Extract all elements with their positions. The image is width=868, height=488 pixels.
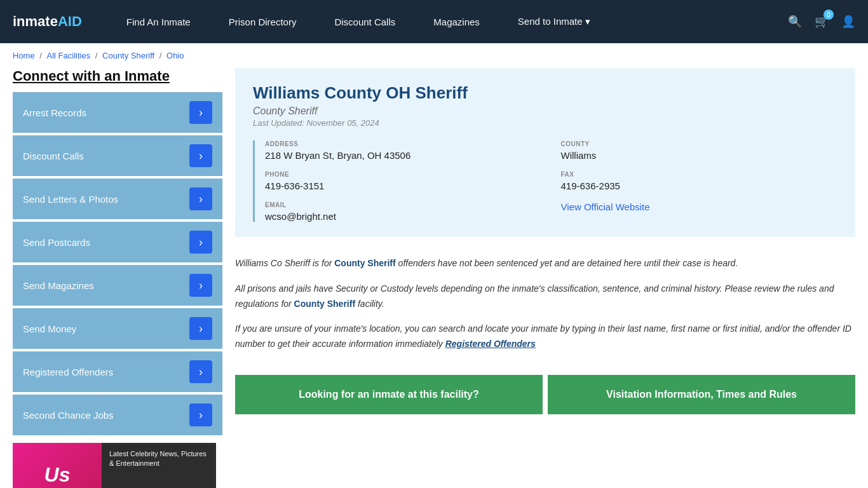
arrow-icon: › (189, 231, 212, 254)
phone-label: PHONE (265, 171, 542, 178)
visitation-info-button[interactable]: Visitation Information, Times and Rules (548, 375, 855, 414)
arrow-icon: › (189, 274, 212, 297)
nav-prison-directory[interactable]: Prison Directory (210, 0, 316, 43)
nav-links: Find An Inmate Prison Directory Discount… (107, 0, 788, 43)
nav-send-to-inmate[interactable]: Send to Inmate ▾ (499, 0, 609, 43)
arrow-icon: › (189, 144, 212, 167)
sidebar-item-arrest-records[interactable]: Arrest Records › (13, 92, 222, 133)
facility-card: Williams County OH Sheriff County Sherif… (235, 68, 855, 237)
county-value: Williams (561, 150, 838, 161)
ad-headline: Latest Celebrity News, Pictures & Entert… (109, 449, 208, 469)
content-area: Williams County OH Sheriff County Sherif… (235, 68, 855, 488)
sidebar-title: Connect with an Inmate (13, 68, 222, 85)
website-block: View Official Website (561, 201, 838, 222)
address-label: ADDRESS (265, 140, 542, 147)
email-label: EMAIL (265, 201, 542, 208)
phone-value: 419-636-3151 (265, 180, 542, 191)
phone-block: PHONE 419-636-3151 (265, 171, 542, 191)
website-link[interactable]: View Official Website (561, 201, 650, 212)
breadcrumb-ohio[interactable]: Ohio (166, 51, 184, 60)
user-icon[interactable]: 👤 (841, 15, 855, 29)
advertisement[interactable]: Us Latest Celebrity News, Pictures & Ent… (13, 443, 216, 488)
cart-badge: 0 (824, 10, 834, 20)
fax-value: 419-636-2935 (561, 180, 838, 191)
nav-icons: 🔍 🛒 0 👤 (788, 15, 855, 29)
breadcrumb: Home / All Facilities / County Sheriff /… (0, 43, 868, 68)
county-sheriff-highlight-1: County Sheriff (334, 258, 395, 268)
breadcrumb-home[interactable]: Home (13, 51, 35, 60)
registered-offenders-link[interactable]: Registered Offenders (445, 339, 536, 349)
arrow-icon: › (189, 101, 212, 124)
sidebar: Connect with an Inmate Arrest Records › … (13, 68, 222, 488)
email-value: wcso@bright.net (265, 211, 542, 222)
address-value: 218 W Bryan St, Bryan, OH 43506 (265, 150, 542, 161)
description-p2: All prisons and jails have Security or C… (235, 281, 855, 312)
county-sheriff-highlight-2: County Sheriff (294, 299, 355, 309)
main-container: Connect with an Inmate Arrest Records › … (0, 68, 868, 488)
breadcrumb-all-facilities[interactable]: All Facilities (47, 51, 91, 60)
description-p3: If you are unsure of your inmate's locat… (235, 322, 855, 352)
navbar: inmateAID Find An Inmate Prison Director… (0, 0, 868, 43)
sidebar-item-send-money[interactable]: Send Money › (13, 308, 222, 349)
nav-discount-calls[interactable]: Discount Calls (315, 0, 414, 43)
county-block: COUNTY Williams (561, 140, 838, 161)
nav-find-inmate[interactable]: Find An Inmate (107, 0, 210, 43)
sidebar-item-send-letters[interactable]: Send Letters & Photos › (13, 179, 222, 219)
sidebar-item-registered-offenders[interactable]: Registered Offenders › (13, 351, 222, 392)
facility-subtitle: County Sheriff (253, 105, 837, 117)
email-block: EMAIL wcso@bright.net (265, 201, 542, 222)
nav-magazines[interactable]: Magazines (414, 0, 499, 43)
bottom-buttons: Looking for an inmate at this facility? … (235, 375, 855, 414)
arrow-icon: › (189, 187, 212, 210)
logo[interactable]: inmateAID (13, 13, 82, 30)
cart-icon[interactable]: 🛒 0 (815, 15, 829, 29)
facility-last-updated: Last Updated: November 05, 2024 (253, 118, 837, 128)
facility-info: ADDRESS 218 W Bryan St, Bryan, OH 43506 … (253, 140, 837, 222)
fax-label: FAX (561, 171, 838, 178)
sidebar-item-send-magazines[interactable]: Send Magazines › (13, 265, 222, 306)
facility-description: Williams Co Sheriff is for County Sherif… (235, 250, 855, 369)
address-block: ADDRESS 218 W Bryan St, Bryan, OH 43506 (265, 140, 542, 161)
arrow-icon: › (189, 317, 212, 340)
sidebar-item-send-postcards[interactable]: Send Postcards › (13, 222, 222, 262)
breadcrumb-county-sheriff[interactable]: County Sheriff (102, 51, 154, 60)
search-icon[interactable]: 🔍 (788, 15, 802, 29)
arrow-icon: › (189, 360, 212, 383)
sidebar-item-second-chance-jobs[interactable]: Second Chance Jobs › (13, 395, 222, 435)
sidebar-item-discount-calls[interactable]: Discount Calls › (13, 135, 222, 176)
facility-title: Williams County OH Sheriff (253, 83, 837, 103)
description-p1: Williams Co Sheriff is for County Sherif… (235, 256, 855, 271)
looking-for-inmate-button[interactable]: Looking for an inmate at this facility? (235, 375, 543, 414)
fax-block: FAX 419-636-2935 (561, 171, 838, 191)
ad-logo: Us (13, 443, 102, 488)
arrow-icon: › (189, 403, 212, 426)
county-label: COUNTY (561, 140, 838, 147)
